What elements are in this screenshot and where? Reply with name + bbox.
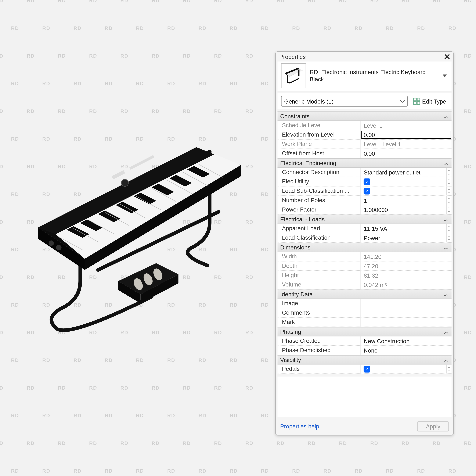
svg-rect-39 <box>417 102 420 104</box>
close-icon[interactable] <box>443 53 451 60</box>
svg-point-27 <box>56 245 62 250</box>
property-row: Power Factor1.000000▴▾ <box>278 205 452 215</box>
property-value: Level : Level 1 <box>361 140 451 149</box>
group-title: Electrical Engineering <box>280 160 336 167</box>
edit-type-label: Edit Type <box>422 98 446 104</box>
svg-point-26 <box>49 240 54 246</box>
property-value[interactable] <box>361 308 451 317</box>
group-header[interactable]: Constraints︽ <box>278 112 452 121</box>
property-label: Phase Created <box>278 337 361 345</box>
property-checkbox-cell[interactable]: ✓ <box>361 177 446 186</box>
family-type-value: Black <box>310 76 438 83</box>
property-checkbox-cell[interactable]: ✓ <box>361 187 446 195</box>
property-value[interactable]: 0.00 <box>361 149 451 158</box>
property-value[interactable] <box>361 318 451 327</box>
property-label: Width <box>278 252 361 261</box>
property-row: Offset from Host0.00 <box>278 149 452 158</box>
checkbox-checked-icon[interactable]: ✓ <box>364 366 370 372</box>
collapse-icon: ︽ <box>444 291 449 298</box>
spinner-control[interactable]: ▴▾ <box>446 233 452 242</box>
spinner-control[interactable]: ▴▾ <box>446 205 452 214</box>
property-label: Depth <box>278 261 361 271</box>
property-row: Schedule LevelLevel 1 <box>278 121 452 130</box>
group-title: Electrical - Loads <box>280 216 325 223</box>
property-row: Number of Poles1▴▾ <box>278 196 452 205</box>
property-row: Pedals✓▴▾ <box>278 365 452 374</box>
properties-help-link[interactable]: Properties help <box>280 423 319 430</box>
instance-selector-combo[interactable]: Generic Models (1) <box>281 96 408 107</box>
property-label: Mark <box>278 318 361 327</box>
property-label: Image <box>278 299 361 308</box>
property-row: Elevation from Level0.00 <box>278 130 452 140</box>
property-value: 141.20 <box>361 252 451 261</box>
property-label: Pedals <box>278 365 361 374</box>
model-preview-keyboard <box>31 134 245 339</box>
family-type-text: RD_Electronic Instruments Electric Keybo… <box>310 68 438 83</box>
property-row: Work PlaneLevel : Level 1 <box>278 140 452 149</box>
property-checkbox-cell[interactable]: ✓ <box>361 365 446 374</box>
collapse-icon: ︽ <box>444 328 449 335</box>
apply-button[interactable]: Apply <box>417 421 449 431</box>
property-row: Connector DescriptionStandard power outl… <box>278 168 452 177</box>
property-row: Phase DemolishedNone <box>278 346 452 355</box>
svg-point-25 <box>121 179 129 187</box>
property-value: 0.042 m3 <box>361 280 451 289</box>
spinner-control[interactable]: ▴▾ <box>446 168 452 177</box>
svg-rect-24 <box>129 155 154 170</box>
property-row: Load Sub-Classification ...✓▴▾ <box>278 187 452 196</box>
checkbox-checked-icon[interactable]: ✓ <box>364 187 370 194</box>
group-header[interactable]: Identity Data︽ <box>278 290 452 299</box>
property-value[interactable]: 1 <box>361 196 446 205</box>
group-header[interactable]: Electrical Engineering︽ <box>278 158 452 168</box>
property-label: Power Factor <box>278 205 361 214</box>
property-value[interactable]: 0.00 <box>361 131 451 139</box>
property-value: 47.20 <box>361 261 451 271</box>
property-row: Image <box>278 299 452 308</box>
panel-titlebar[interactable]: Properties <box>276 52 453 62</box>
property-row: Elec Utility✓▴▾ <box>278 177 452 187</box>
property-label: Schedule Level <box>278 121 361 130</box>
edit-type-button[interactable]: Edit Type <box>411 97 448 106</box>
svg-rect-37 <box>417 98 420 101</box>
group-title: Phasing <box>280 328 301 335</box>
family-thumbnail <box>281 63 306 88</box>
property-label: Offset from Host <box>278 149 361 158</box>
collapse-icon: ︽ <box>444 357 449 363</box>
panel-title: Properties <box>279 53 306 60</box>
property-value[interactable]: 1.000000 <box>361 205 446 214</box>
family-name: RD_Electronic Instruments Electric Keybo… <box>310 68 438 76</box>
group-header[interactable]: Visibility︽ <box>278 355 452 365</box>
spinner-control[interactable]: ▴▾ <box>446 365 452 374</box>
checkbox-checked-icon[interactable]: ✓ <box>364 178 370 185</box>
group-header[interactable]: Electrical - Loads︽ <box>278 215 452 224</box>
group-header[interactable]: Phasing︽ <box>278 327 452 337</box>
collapse-icon: ︽ <box>444 113 449 119</box>
spinner-control[interactable]: ▴▾ <box>446 187 452 195</box>
group-title: Identity Data <box>280 291 313 298</box>
family-dropdown-icon[interactable] <box>442 73 448 79</box>
property-value[interactable]: Standard power outlet <box>361 168 446 177</box>
property-label: Load Sub-Classification ... <box>278 187 361 195</box>
family-type-header[interactable]: RD_Electronic Instruments Electric Keybo… <box>278 62 452 91</box>
property-row: Comments <box>278 308 452 318</box>
property-label: Elec Utility <box>278 177 361 186</box>
property-value[interactable]: None <box>361 346 451 355</box>
property-label: Comments <box>278 308 361 317</box>
property-row: Height81.32 <box>278 271 452 280</box>
collapse-icon: ︽ <box>444 160 449 167</box>
spinner-control[interactable]: ▴▾ <box>446 196 452 205</box>
property-label: Elevation from Level <box>278 130 361 139</box>
property-value[interactable]: Power <box>361 233 446 242</box>
property-value[interactable]: 11.15 VA <box>361 224 446 233</box>
group-header[interactable]: Dimensions︽ <box>278 243 452 252</box>
properties-panel: Properties RD_Electronic Instruments Ele… <box>275 51 454 436</box>
property-row: Apparent Load11.15 VA▴▾ <box>278 224 452 233</box>
instance-selector-row: Generic Models (1) Edit Type <box>278 93 452 109</box>
property-value[interactable]: New Construction <box>361 337 451 345</box>
property-row: Width141.20 <box>278 252 452 261</box>
property-row: Load ClassificationPower▴▾ <box>278 233 452 243</box>
spinner-control[interactable]: ▴▾ <box>446 224 452 233</box>
property-value[interactable] <box>361 299 451 308</box>
spinner-control[interactable]: ▴▾ <box>446 177 452 186</box>
property-label: Number of Poles <box>278 196 361 205</box>
